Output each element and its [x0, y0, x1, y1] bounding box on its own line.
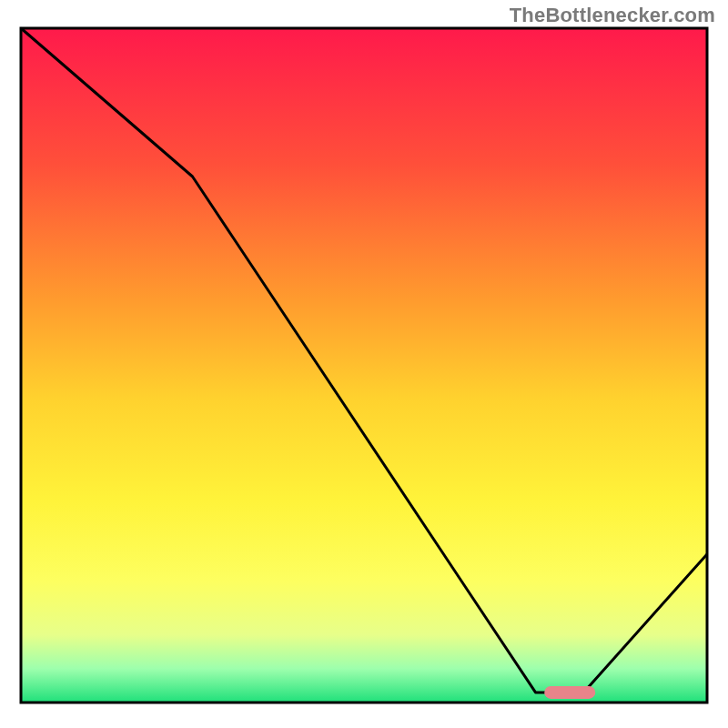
bottleneck-chart: TheBottleneсker.com	[0, 0, 728, 728]
chart-background	[21, 28, 707, 703]
watermark-text: TheBottleneсker.com	[510, 4, 715, 27]
optimal-marker	[544, 686, 595, 699]
chart-svg	[0, 0, 728, 728]
